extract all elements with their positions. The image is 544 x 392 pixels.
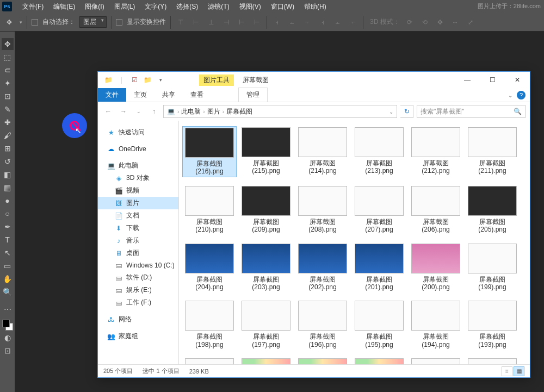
file-item[interactable]: 屏幕截图(197).png <box>239 300 293 350</box>
file-item[interactable]: 屏幕截图(193).png <box>465 300 520 350</box>
eyedropper-tool[interactable]: ✎ <box>2 103 14 115</box>
file-item[interactable]: 屏幕截图(199).png <box>465 242 520 293</box>
file-item[interactable]: 屏幕截图(215).png <box>239 126 293 177</box>
tree-drive-c[interactable]: 🖴Windows 10 (C:) <box>98 259 178 271</box>
file-item[interactable]: 屏幕截图(194).png <box>409 300 463 350</box>
tree-drive-d[interactable]: 🖴软件 (D:) <box>98 271 178 284</box>
file-item[interactable] <box>182 357 237 364</box>
distribute-2-icon[interactable]: ⫠ <box>287 17 298 28</box>
file-item[interactable]: 屏幕截图(205).png <box>465 185 520 235</box>
search-icon[interactable]: 🔍 <box>514 108 522 115</box>
file-item[interactable]: 屏幕截图(202).png <box>295 242 350 293</box>
file-item[interactable]: 屏幕截图(203).png <box>239 242 293 293</box>
ribbon-tab-manage[interactable]: 管理 <box>238 88 268 102</box>
qat-newfolder-icon[interactable]: 📁 <box>141 74 153 86</box>
menu-select[interactable]: 选择(S) <box>171 2 203 11</box>
blur-tool[interactable]: ● <box>2 195 14 207</box>
3d-slide-icon[interactable]: ↔ <box>450 17 461 28</box>
menu-layer[interactable]: 图层(L) <box>109 2 140 11</box>
distribute-1-icon[interactable]: ⫞ <box>271 17 282 28</box>
file-item[interactable]: 屏幕截图(208).png <box>295 185 350 235</box>
zoom-tool[interactable]: 🔍 <box>2 286 14 298</box>
tree-videos[interactable]: 🎬视频 <box>98 184 178 197</box>
minimize-button[interactable]: — <box>455 72 480 88</box>
history-brush-tool[interactable]: ↺ <box>2 155 14 167</box>
file-item[interactable] <box>409 357 463 364</box>
type-tool[interactable]: T <box>2 234 14 246</box>
wand-tool[interactable]: ✦ <box>2 77 14 89</box>
3d-roll-icon[interactable]: ⟲ <box>419 17 430 28</box>
menu-filter[interactable]: 滤镜(T) <box>203 2 234 11</box>
file-item[interactable] <box>465 357 520 364</box>
file-item[interactable]: 屏幕截图(204).png <box>182 242 237 293</box>
heal-tool[interactable]: ✚ <box>2 116 14 128</box>
ribbon-tab-share[interactable]: 共享 <box>154 88 183 102</box>
tree-network[interactable]: 🖧网络 <box>98 313 178 326</box>
edit-toolbar[interactable]: ⋯ <box>2 303 14 315</box>
align-right-icon[interactable]: ⊢ <box>251 17 262 28</box>
file-item[interactable]: 屏幕截图(200).png <box>409 242 463 293</box>
menu-window[interactable]: 窗口(W) <box>266 2 299 11</box>
file-list[interactable]: 屏幕截图(216).png屏幕截图(215).png屏幕截图(214).png屏… <box>179 121 530 364</box>
tree-quick-access[interactable]: ★快速访问 <box>98 126 178 139</box>
dodge-tool[interactable]: ○ <box>2 208 14 220</box>
align-bottom-icon[interactable]: ⊥ <box>206 17 217 28</box>
folder-icon[interactable]: 📁 <box>102 74 114 86</box>
explorer-titlebar[interactable]: 📁 | ☑ 📁 ▾ 图片工具 屏幕截图 — ☐ ✕ <box>98 72 530 88</box>
file-item[interactable]: 屏幕截图(207).png <box>352 185 406 235</box>
breadcrumb-pictures[interactable]: 图片 <box>207 107 220 116</box>
qat-dropdown-icon[interactable]: ▾ <box>154 74 166 86</box>
distribute-6-icon[interactable]: ⫟ <box>348 17 358 28</box>
view-icons-button[interactable]: ▦ <box>514 366 524 376</box>
maximize-button[interactable]: ☐ <box>480 72 505 88</box>
file-item[interactable]: 屏幕截图(216).png <box>182 126 237 177</box>
menu-edit[interactable]: 编辑(E) <box>48 2 80 11</box>
menu-file[interactable]: 文件(F) <box>17 2 48 11</box>
file-item[interactable]: 屏幕截图(196).png <box>295 300 350 350</box>
tree-3d[interactable]: ◈3D 对象 <box>98 172 178 184</box>
qat-properties-icon[interactable]: ☑ <box>128 74 140 86</box>
tree-onedrive[interactable]: ☁OneDrive <box>98 143 178 155</box>
help-icon[interactable]: ? <box>517 91 526 99</box>
3d-pan-icon[interactable]: ✥ <box>435 17 446 28</box>
hand-tool[interactable]: ✋ <box>2 273 14 285</box>
tree-drive-e[interactable]: 🖴娱乐 (E:) <box>98 284 178 296</box>
nav-history-icon[interactable]: ⌄ <box>133 105 145 117</box>
ribbon-tab-home[interactable]: 主页 <box>126 88 154 102</box>
ribbon-tab-file[interactable]: 文件 <box>98 88 126 102</box>
breadcrumb-screenshots[interactable]: 屏幕截图 <box>226 107 252 116</box>
file-item[interactable]: 屏幕截图(211).png <box>465 126 520 177</box>
ribbon-expand-icon[interactable]: ⌄ <box>508 92 512 98</box>
close-button[interactable]: ✕ <box>505 72 530 88</box>
file-item[interactable]: 屏幕截图(198).png <box>182 300 237 350</box>
menu-view[interactable]: 视图(V) <box>234 2 266 11</box>
tree-homegroup[interactable]: 👥家庭组 <box>98 330 178 343</box>
tree-desktop[interactable]: 🖥桌面 <box>98 247 178 259</box>
brush-tool[interactable]: 🖌 <box>2 129 14 141</box>
pen-tool[interactable]: ✒ <box>2 221 14 233</box>
file-item[interactable]: 屏幕截图(195).png <box>352 300 406 350</box>
gradient-tool[interactable]: ▦ <box>2 182 14 194</box>
file-item[interactable]: 屏幕截图(201).png <box>352 242 406 293</box>
breadcrumb-dropdown-icon[interactable]: ⌄ <box>389 109 393 115</box>
eraser-tool[interactable]: ◧ <box>2 169 14 181</box>
align-left-icon[interactable]: ⊣ <box>221 17 232 28</box>
distribute-5-icon[interactable]: ⫠ <box>332 17 343 28</box>
screen-mode[interactable]: ⊡ <box>2 345 14 357</box>
file-item[interactable] <box>295 357 350 364</box>
marquee-tool[interactable]: ⬚ <box>2 51 14 63</box>
refresh-button[interactable]: ↻ <box>400 105 413 118</box>
breadcrumb-thispc[interactable]: 此电脑 <box>181 107 201 116</box>
view-details-button[interactable]: ≡ <box>502 366 512 376</box>
move-tool[interactable]: ✥ <box>2 38 14 50</box>
file-item[interactable]: 屏幕截图(210).png <box>182 185 237 235</box>
nav-back-icon[interactable]: ← <box>102 105 114 117</box>
file-item[interactable] <box>239 357 293 364</box>
file-item[interactable]: 屏幕截图(209).png <box>239 185 293 235</box>
align-top-icon[interactable]: ⊤ <box>175 17 186 28</box>
crop-tool[interactable]: ⊡ <box>2 90 14 102</box>
file-item[interactable]: 屏幕截图(214).png <box>295 126 350 177</box>
tree-drive-f[interactable]: 🖴工作 (F:) <box>98 296 178 309</box>
file-item[interactable] <box>352 357 406 364</box>
breadcrumb[interactable]: 💻 › 此电脑 › 图片 › 屏幕截图 ⌄ <box>163 105 397 118</box>
